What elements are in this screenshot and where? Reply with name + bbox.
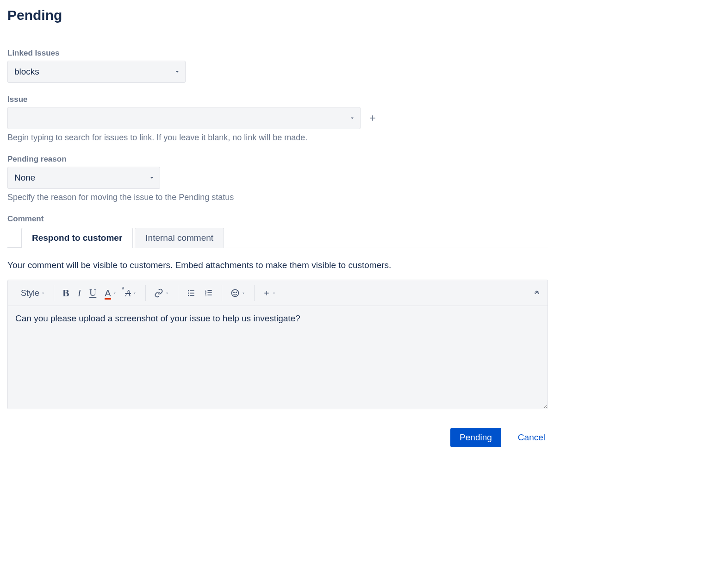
submit-pending-button[interactable]: Pending (450, 428, 501, 447)
pending-reason-select[interactable]: None (7, 167, 160, 189)
svg-point-13 (233, 292, 234, 293)
editor-toolbar: Style B I U A aA (8, 280, 548, 306)
svg-rect-11 (207, 294, 212, 295)
comment-tabs: Respond to customer Internal comment (7, 227, 548, 248)
chevron-down-icon (174, 69, 180, 75)
svg-rect-1 (190, 290, 194, 291)
style-label: Style (21, 289, 39, 297)
comment-label: Comment (7, 214, 548, 224)
insert-button[interactable] (263, 289, 276, 297)
linked-issues-label: Linked Issues (7, 49, 548, 58)
numbered-list-button[interactable]: 123 (204, 288, 213, 298)
bullet-list-button[interactable] (187, 288, 196, 298)
rich-text-editor: Style B I U A aA (7, 280, 548, 409)
tab-respond-to-customer[interactable]: Respond to customer (21, 228, 133, 248)
issue-field: Issue Begin typing to search for issues … (7, 95, 548, 143)
pending-reason-label: Pending reason (7, 155, 548, 164)
issue-label: Issue (7, 95, 548, 104)
chevron-down-icon (272, 291, 276, 295)
issue-helper: Begin typing to search for issues to lin… (7, 133, 548, 143)
pending-reason-helper: Specify the reason for moving the issue … (7, 193, 548, 202)
emoji-button[interactable] (230, 288, 246, 298)
more-formatting-button[interactable]: aA (125, 288, 137, 298)
cancel-button[interactable]: Cancel (518, 432, 545, 443)
comment-textarea[interactable]: Can you please upload a screenshot of yo… (8, 306, 548, 409)
svg-rect-7 (207, 290, 212, 291)
issue-select[interactable] (7, 107, 361, 129)
chevron-down-icon (349, 115, 355, 121)
svg-point-4 (188, 294, 189, 296)
italic-button[interactable]: I (78, 288, 81, 298)
linked-issues-field: Linked Issues blocks (7, 49, 548, 83)
text-color-button[interactable]: A (105, 288, 117, 298)
chevron-down-icon (241, 291, 246, 295)
svg-text:3: 3 (205, 294, 206, 296)
link-button[interactable] (154, 288, 169, 298)
svg-rect-5 (190, 295, 194, 296)
svg-point-12 (231, 289, 238, 296)
bold-button[interactable]: B (62, 288, 69, 298)
svg-rect-3 (190, 293, 194, 294)
chevron-down-icon (165, 291, 169, 295)
svg-point-0 (188, 290, 189, 291)
page-title: Pending (7, 7, 548, 23)
svg-point-2 (188, 292, 189, 294)
svg-rect-9 (207, 292, 212, 293)
add-issue-button[interactable] (368, 113, 377, 123)
chevron-down-icon (112, 291, 117, 295)
dialog-footer: Pending Cancel (7, 428, 548, 447)
underline-button[interactable]: U (89, 288, 96, 298)
pending-reason-value: None (14, 173, 35, 183)
chevron-down-icon (41, 291, 45, 295)
chevron-down-icon (132, 291, 137, 295)
svg-point-14 (236, 292, 237, 293)
style-dropdown[interactable]: Style (21, 289, 45, 297)
linked-issues-select[interactable]: blocks (7, 61, 186, 83)
expand-toolbar-button[interactable] (533, 289, 541, 297)
linked-issues-value: blocks (14, 67, 39, 77)
pending-reason-field: Pending reason None Specify the reason f… (7, 155, 548, 202)
comment-visibility-note: Your comment will be visible to customer… (7, 260, 548, 270)
chevron-down-icon (149, 175, 155, 181)
comment-field: Comment Respond to customer Internal com… (7, 214, 548, 409)
tab-internal-comment[interactable]: Internal comment (135, 228, 224, 248)
